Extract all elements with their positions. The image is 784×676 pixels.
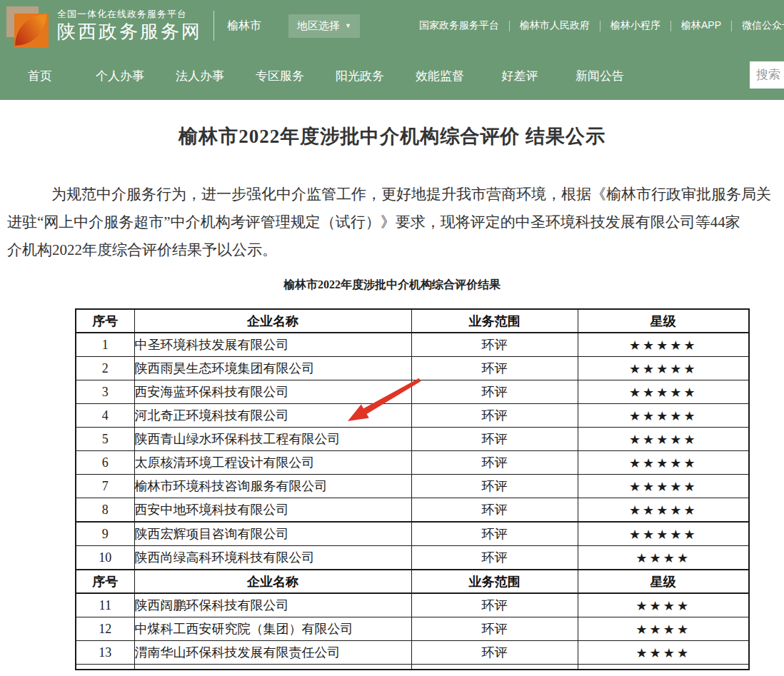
- business-scope: 环评: [411, 498, 578, 523]
- row-number: 4: [76, 404, 134, 428]
- row-number: 3: [76, 380, 134, 404]
- business-scope: 环评: [411, 522, 578, 546]
- business-scope: 环评: [411, 333, 578, 357]
- main-navbar: 首页个人办事法人办事专区服务阳光政务效能监督好差评新闻公告: [0, 51, 784, 100]
- business-scope: 环评: [411, 404, 578, 428]
- nav-item[interactable]: 阳光政务: [320, 68, 400, 84]
- nav-item[interactable]: 首页: [0, 68, 80, 84]
- business-scope: 环评: [411, 428, 578, 451]
- nav-item[interactable]: 新闻公告: [560, 68, 640, 84]
- star-rating: ★★★★★: [578, 428, 749, 451]
- nav-menu: 首页个人办事法人办事专区服务阳光政务效能监督好差评新闻公告: [0, 51, 784, 100]
- company-name: 渭南华山环保科技发展有限责任公司: [134, 641, 411, 665]
- quick-link[interactable]: 国家政务服务平台: [409, 19, 509, 32]
- star-rating: ★★★★: [578, 641, 749, 665]
- site-logo-icon: [4, 4, 50, 50]
- table-row: 8西安中地环境科技有限公司环评★★★★★: [76, 498, 749, 523]
- table-row: 3西安海蓝环保科技有限公司环评★★★★★: [76, 380, 749, 404]
- search-input[interactable]: [750, 61, 784, 89]
- quick-link[interactable]: 榆林APP: [671, 19, 731, 32]
- column-header: 企业名称: [134, 570, 411, 593]
- table-row: 1中圣环境科技发展有限公司环评★★★★★: [76, 333, 749, 357]
- row-number: 1: [76, 333, 134, 357]
- business-scope: 环评: [411, 380, 578, 404]
- star-rating: ★★★★★: [578, 498, 749, 523]
- paragraph-line: 为规范中介服务行为，进一步强化中介监管工作，更好地提升我市营商环境，根据《榆林市…: [7, 181, 771, 208]
- table-header-row: 序号企业名称业务范围星级: [76, 309, 749, 333]
- company-name: 太原核清环境工程设计有限公司: [134, 451, 411, 475]
- table-row: 2陕西雨昊生态环境集团有限公司环评★★★★★: [76, 357, 749, 380]
- quick-link[interactable]: 榆林小程序: [600, 19, 670, 32]
- article-content: 榆林市2022年度涉批中介机构综合评价 结果公示 为规范中介服务行为，进一步强化…: [0, 100, 784, 676]
- company-name: 西安海蓝环保科技有限公司: [134, 380, 411, 404]
- business-scope: 环评: [411, 593, 578, 617]
- quick-link[interactable]: 榆林市人民政府: [510, 19, 600, 32]
- business-scope: 环评: [411, 357, 578, 380]
- business-scope: 环评: [411, 451, 578, 475]
- star-rating: ★★★★: [578, 593, 749, 617]
- table-row: [76, 665, 749, 670]
- table-row: 12中煤科工西安研究院（集团）有限公司环评★★★★: [76, 617, 749, 641]
- table-row: 11陕西阔鹏环保科技有限公司环评★★★★: [76, 593, 749, 617]
- site-name: 陕西政务服务网: [57, 20, 202, 44]
- column-header: 星级: [578, 309, 749, 333]
- quick-link[interactable]: 微信公众号: [732, 19, 784, 32]
- nav-item[interactable]: 法人办事: [160, 68, 240, 84]
- company-name: 陕西雨昊生态环境集团有限公司: [134, 357, 411, 380]
- nav-item[interactable]: 效能监督: [400, 68, 480, 84]
- empty-cell: [76, 665, 134, 670]
- page-title: 榆林市2022年度涉批中介机构综合评价 结果公示: [0, 123, 784, 149]
- company-name: 河北奇正环境科技有限公司: [134, 404, 411, 428]
- row-number: 6: [76, 451, 134, 475]
- brand-divider: [213, 11, 214, 41]
- business-scope: 环评: [411, 617, 578, 641]
- article-paragraph: 为规范中介服务行为，进一步强化中介监管工作，更好地提升我市营商环境，根据《榆林市…: [7, 181, 771, 264]
- business-scope: 环评: [411, 475, 578, 498]
- company-name: 中圣环境科技发展有限公司: [134, 333, 411, 357]
- star-rating: ★★★★★: [578, 333, 749, 357]
- column-header: 业务范围: [411, 570, 578, 593]
- nav-item[interactable]: 专区服务: [240, 68, 320, 84]
- top-header: 全国一体化在线政务服务平台 陕西政务服务网 榆林市 地区选择 ▼ 国家政务服务平…: [0, 0, 784, 51]
- business-scope: 环评: [411, 641, 578, 665]
- table-row: 13渭南华山环保科技发展有限责任公司环评★★★★: [76, 641, 749, 665]
- row-number: 2: [76, 357, 134, 380]
- region-select-button[interactable]: 地区选择 ▼: [288, 14, 360, 38]
- company-name: 中煤科工西安研究院（集团）有限公司: [134, 617, 411, 641]
- site-brand: 全国一体化在线政务服务平台 陕西政务服务网: [57, 9, 202, 44]
- star-rating: ★★★★: [578, 546, 749, 570]
- row-number: 13: [76, 641, 134, 665]
- star-rating: ★★★★★: [578, 404, 749, 428]
- star-rating: ★★★★★: [578, 380, 749, 404]
- business-scope: 环评: [411, 546, 578, 570]
- page: { "header": { "platform_small": "全国一体化在线…: [0, 0, 784, 676]
- table-row: 10陕西尚绿高科环境科技有限公司环评★★★★: [76, 546, 749, 570]
- quick-links: 国家政务服务平台榆林市人民政府榆林小程序榆林APP微信公众号注册: [409, 0, 784, 51]
- column-header: 企业名称: [134, 309, 411, 333]
- column-header: 业务范围: [411, 309, 578, 333]
- table-row: 6太原核清环境工程设计有限公司环评★★★★★: [76, 451, 749, 475]
- row-number: 7: [76, 475, 134, 498]
- company-name: 陕西宏辉项目咨询有限公司: [134, 522, 411, 546]
- row-number: 11: [76, 593, 134, 617]
- star-rating: ★★★★★: [578, 357, 749, 380]
- company-name: 陕西阔鹏环保科技有限公司: [134, 593, 411, 617]
- star-rating: ★★★★: [578, 617, 749, 641]
- paragraph-line: 进驻“网上中介服务超市”中介机构考评管理规定（试行）》要求，现将评定的中圣环境科…: [7, 208, 771, 236]
- table-header-row: 序号企业名称业务范围星级: [76, 570, 749, 593]
- table-caption: 榆林市2022年度涉批中介机构综合评价结果: [0, 278, 784, 293]
- column-header: 星级: [578, 570, 749, 593]
- nav-item[interactable]: 好差评: [480, 68, 560, 84]
- evaluation-results-table: 序号企业名称业务范围星级1中圣环境科技发展有限公司环评★★★★★2陕西雨昊生态环…: [75, 308, 750, 670]
- table-row: 4河北奇正环境科技有限公司环评★★★★★: [76, 404, 749, 428]
- table-row: 7榆林市环境科技咨询服务有限公司环评★★★★★: [76, 475, 749, 498]
- nav-item[interactable]: 个人办事: [80, 68, 160, 84]
- empty-cell: [411, 665, 578, 670]
- platform-name: 全国一体化在线政务服务平台: [57, 9, 202, 20]
- table-row: 5陕西青山绿水环保科技工程有限公司环评★★★★★: [76, 428, 749, 451]
- current-city-label: 榆林市: [227, 19, 261, 34]
- company-name: 陕西青山绿水环保科技工程有限公司: [134, 428, 411, 451]
- paragraph-line: 介机构2022年度综合评价结果予以公示。: [7, 236, 771, 264]
- column-header: 序号: [76, 570, 134, 593]
- row-number: 8: [76, 498, 134, 523]
